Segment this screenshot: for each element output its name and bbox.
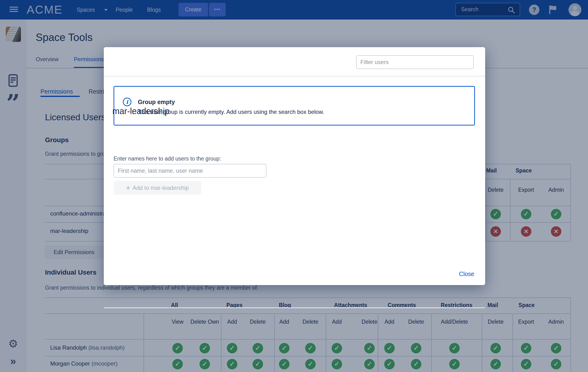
dialog-header-divider [104,76,485,77]
app-window: ACME Spaces People Blogs Create ••• Sear… [0,0,588,372]
add-to-group-button[interactable]: +Add to mar-leadership [114,181,201,195]
add-users-label: Enter names here to add users to the gro… [114,156,221,162]
dialog-footer-divider [104,308,485,308]
info-icon: i [123,98,131,106]
add-users-placeholder: First name, last name, user name [118,167,203,174]
group-empty-alert: i Group empty This user group is current… [114,86,475,126]
alert-title: Group empty [138,99,175,106]
plus-icon: + [126,184,130,192]
alert-body: This user group is currently empty. Add … [138,109,324,115]
add-users-input[interactable]: First name, last name, user name [114,164,266,178]
filter-users-input[interactable]: Filter users [356,55,474,69]
filter-users-placeholder: Filter users [360,59,389,65]
close-dialog-link[interactable]: Close [459,271,474,277]
group-members-dialog: mar-leadership Filter users i Group empt… [104,47,485,285]
